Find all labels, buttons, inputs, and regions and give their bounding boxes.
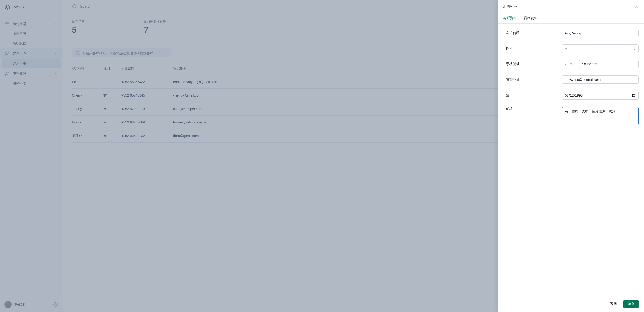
tab-pet-info[interactable]: 寵物資料 <box>524 13 538 23</box>
gender-label: 性別 <box>503 46 557 51</box>
birthday-input[interactable] <box>562 91 638 100</box>
name-label: 客戶稱呼 <box>503 31 557 35</box>
drawer-body: 客戶稱呼 性別 手機號碼 <box>498 23 644 296</box>
drawer-footer: 返回 儲存 <box>498 296 644 312</box>
phone-prefix-input[interactable] <box>562 60 578 68</box>
drawer-title: 新增客戶 <box>503 4 517 9</box>
birthday-label: 生日 <box>503 93 557 97</box>
drawer-header: 新增客戶 <box>498 0 644 13</box>
tab-customer-info[interactable]: 客戶資料 <box>503 13 517 23</box>
email-label: 電郵地址 <box>503 77 557 82</box>
form-row-notes: 備註 <box>503 107 638 125</box>
form-row-birthday: 生日 <box>503 91 638 100</box>
save-button[interactable]: 儲存 <box>623 300 638 309</box>
form-row-gender: 性別 <box>503 44 638 53</box>
drawer-tabs: 客戶資料 寵物資料 <box>498 13 644 23</box>
form-row-phone: 手機號碼 <box>503 60 638 68</box>
close-icon[interactable] <box>634 5 638 9</box>
name-input[interactable] <box>562 29 638 37</box>
back-button[interactable]: 返回 <box>606 300 621 309</box>
notes-label: 備註 <box>503 107 557 111</box>
email-input[interactable] <box>562 75 638 84</box>
notes-textarea[interactable] <box>562 107 638 125</box>
phone-input[interactable] <box>579 60 638 68</box>
add-customer-drawer: 新增客戶 客戶資料 寵物資料 客戶稱呼 性別 <box>498 0 644 312</box>
gender-select[interactable] <box>562 44 638 53</box>
phone-label: 手機號碼 <box>503 62 557 66</box>
form-row-email: 電郵地址 <box>503 75 638 84</box>
form-row-name: 客戶稱呼 <box>503 29 638 37</box>
